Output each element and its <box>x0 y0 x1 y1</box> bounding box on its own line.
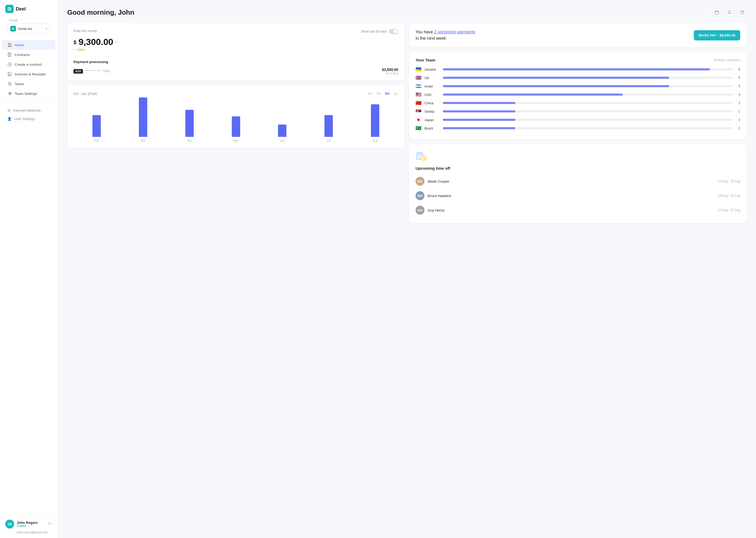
country-count: 1 <box>735 118 740 122</box>
contracts-icon <box>7 52 12 57</box>
country-name: China <box>424 101 440 105</box>
team-row-serbia: 🇷🇸 Serbia 1 <box>415 108 740 114</box>
bar-group-may: May <box>213 116 259 142</box>
calendar-icon[interactable] <box>712 8 721 17</box>
sidebar-item-create-contract[interactable]: Create a contract <box>2 60 55 69</box>
svg-rect-16 <box>715 11 719 14</box>
country-count: 1 <box>735 101 740 105</box>
help-icon[interactable]: ? <box>737 8 746 17</box>
user-name: John Rogers <box>17 521 37 525</box>
bar-label: Feb <box>94 139 99 142</box>
sidebar-item-contracts[interactable]: Contracts <box>2 50 55 59</box>
paid-amount: 9,300.00 <box>78 37 113 47</box>
country-flag: 🇺🇸 <box>415 92 422 97</box>
team-rows: 🇺🇦 Ukraine 6 🇬🇧 UK 5 🇮🇱 Israel 5 🇺🇸 USA … <box>415 67 740 131</box>
svg-point-0 <box>8 8 10 10</box>
payment-right: $3,500.00 On 2 Aug <box>382 68 398 75</box>
your-team-card: Your Team 24 team members 🇺🇦 Ukraine 6 🇬… <box>409 52 746 139</box>
payment-date: On 2 Aug <box>382 72 398 75</box>
country-bar-fill <box>443 85 669 87</box>
country-flag: 🇧🇷 <box>415 125 422 131</box>
toggle-row: Show last 30 days <box>361 29 398 34</box>
header-icons: ? <box>712 8 746 17</box>
sidebar-item-home[interactable]: 🏠 Home <box>2 40 55 50</box>
time-filter-6m[interactable]: 6m <box>384 91 391 96</box>
bar-may <box>232 116 240 137</box>
sidebar-item-payment-methods[interactable]: ⚙ Payment Methods <box>2 106 55 115</box>
person-name: Guy Henry <box>428 208 715 212</box>
currency-symbol: $ <box>73 39 76 45</box>
last-30-days-toggle[interactable] <box>389 29 398 34</box>
sidebar-item-user-settings[interactable]: 👤 User Settings <box>2 115 55 123</box>
sidebar-item-label: Taxes <box>15 82 24 86</box>
country-bar-track <box>443 93 733 96</box>
user-role: CLIENT <box>17 525 37 527</box>
main-content: Good morning, John ? Paid this month Sho… <box>58 0 756 538</box>
chart-bars: FebMarAprMayJunJulAug <box>73 100 398 142</box>
sidebar-item-invoices[interactable]: Invoices & Receipts <box>2 69 55 79</box>
country-count: 1 <box>735 110 740 113</box>
country-bar-fill <box>443 110 515 112</box>
bar-label: May <box>233 139 239 142</box>
country-bar-track <box>443 110 733 112</box>
taxes-icon <box>7 81 12 86</box>
country-count: 5 <box>735 84 740 88</box>
team-selector[interactable]: A Acme Inc ▾ <box>7 24 50 34</box>
bar-group-mar: Mar <box>120 97 166 142</box>
logout-icon[interactable] <box>48 521 52 527</box>
person-avatar: WC <box>415 177 424 186</box>
bar-group-apr: Apr <box>166 110 213 142</box>
payment-methods-label: Payment Methods <box>13 108 41 112</box>
time-filter-3m[interactable]: 3m <box>375 91 382 96</box>
team-row-usa: 🇺🇸 USA 4 <box>415 92 740 97</box>
time-filter-1y[interactable]: 1y <box>393 91 398 96</box>
sidebar-item-taxes[interactable]: Taxes <box>2 79 55 88</box>
country-flag: 🇯🇵 <box>415 117 422 123</box>
user-email: johnrogers@gmail.com <box>17 531 52 534</box>
country-bar-fill <box>443 93 623 96</box>
country-bar-fill <box>443 127 515 129</box>
upcoming-payments-link[interactable]: 2 upcoming payments <box>434 30 475 34</box>
bar-mar <box>139 97 147 137</box>
card-number: **** **** **** 3456 <box>86 69 110 73</box>
upcoming-payments-card: You have 2 upcoming payments in the next… <box>409 23 746 47</box>
bar-label: Jun <box>280 139 285 142</box>
bar-label: Aug <box>372 139 378 142</box>
country-bar-track <box>443 127 733 129</box>
paid-this-month-card: Paid this month Show last 30 days $ 9,30… <box>67 23 404 81</box>
timeoff-row: WC Wade Cooper 14 Aug - 20 Aug <box>415 174 740 188</box>
team-name: Acme Inc <box>18 27 44 31</box>
chevron-down-icon: ▾ <box>46 27 47 30</box>
team-row-brazil: 🇧🇷 Brazil 1 <box>415 125 740 131</box>
person-avatar: BH <box>415 191 424 200</box>
toggle-label: Show last 30 days <box>361 30 387 33</box>
timeoff-row: GH Guy Henry 22 Aug - 27 Aug <box>415 203 740 217</box>
amount-info-icon[interactable]: ℹ <box>115 40 117 44</box>
payment-processing-label: Payment processing <box>73 60 398 64</box>
notifications-icon[interactable] <box>725 8 734 17</box>
country-bar-track <box>443 119 733 121</box>
deel-logo-icon <box>5 5 14 13</box>
country-name: USA <box>424 93 440 97</box>
your-team-title: Your Team <box>415 58 435 62</box>
team-row-china: 🇨🇳 China 1 <box>415 100 740 106</box>
mass-pay-button[interactable]: MASS PAY - $8,660.00 <box>694 30 740 40</box>
country-flag: 🇨🇳 <box>415 100 422 106</box>
upcoming-text-block: You have 2 upcoming payments in the next… <box>415 29 475 41</box>
bar-label: Mar <box>141 139 146 142</box>
sidebar-item-team-settings[interactable]: ⚙ Team Settings <box>2 89 55 98</box>
chart-subtitle: (Paid) <box>88 92 97 96</box>
bar-apr <box>185 110 194 137</box>
payment-row: ACH **** **** **** 3456 $3,500.00 On 2 A… <box>73 68 398 75</box>
payment-methods-icon: ⚙ <box>7 108 11 112</box>
team-section-label: Team <box>4 19 54 24</box>
bar-group-jul: Jul <box>306 115 352 142</box>
upcoming-card-inner: You have 2 upcoming payments in the next… <box>415 29 740 41</box>
country-bar-fill <box>443 68 710 71</box>
time-filter-1m[interactable]: 1m <box>367 91 374 96</box>
paid-header: Paid this month Show last 30 days <box>73 29 398 34</box>
chart-title: Oct - Apr (Paid) <box>73 91 97 96</box>
timeoff-rows: WC Wade Cooper 14 Aug - 20 Aug BH Bruce … <box>415 174 740 217</box>
main-nav: 🏠 Home Contracts Create a contract Invoi… <box>0 40 58 98</box>
chart-card: Oct - Apr (Paid) 1m 3m 6m 1y FebMarAprMa… <box>67 85 404 148</box>
